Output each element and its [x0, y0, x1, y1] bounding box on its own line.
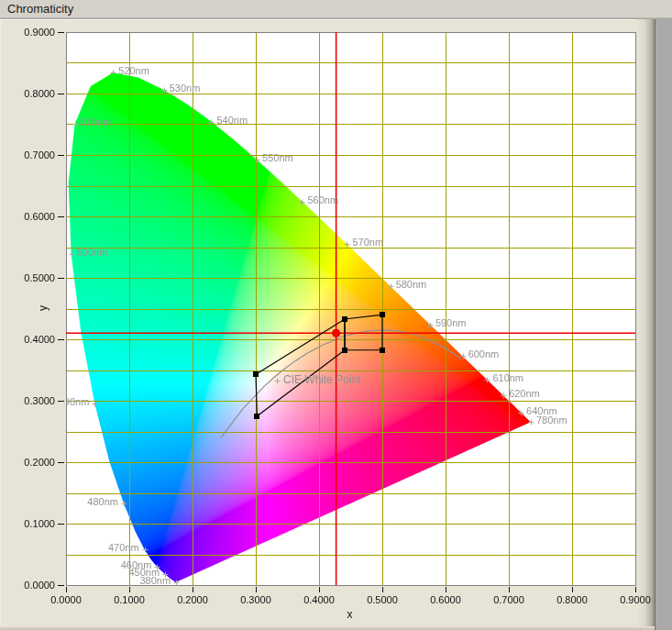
y-tick-label: 0.2000 [0, 457, 55, 468]
x-tick-label: 0.6000 [416, 594, 475, 605]
y-tick-label: 0.5000 [0, 272, 55, 283]
x-tick-label: 0.0000 [37, 594, 95, 605]
chromaticity-plot-canvas[interactable] [0, 0, 672, 630]
y-tick-label: 0.4000 [0, 334, 55, 345]
chromaticity-window: Chromaticity 510nm520nm530nm540nm550nm56… [0, 0, 672, 630]
y-tick-label: 0.0000 [0, 580, 55, 591]
y-tick-label: 0.8000 [0, 88, 55, 99]
y-tick-label: 0.7000 [0, 149, 55, 160]
x-tick-label: 0.5000 [353, 594, 412, 605]
x-tick-label: 0.1000 [100, 594, 159, 605]
y-tick-label: 0.3000 [0, 395, 55, 406]
y-axis-title: y [37, 305, 50, 311]
x-tick-label: 0.4000 [290, 594, 348, 605]
y-tick-label: 0.6000 [0, 211, 55, 222]
x-axis-title: x [347, 608, 353, 621]
x-tick-label: 0.9000 [606, 594, 665, 605]
x-tick-label: 0.3000 [226, 594, 285, 605]
x-tick-label: 0.2000 [163, 594, 222, 605]
y-tick-label: 0.1000 [0, 518, 55, 529]
y-tick-label: 0.9000 [0, 27, 55, 38]
x-tick-label: 0.8000 [543, 594, 601, 605]
x-tick-label: 0.7000 [479, 594, 538, 605]
